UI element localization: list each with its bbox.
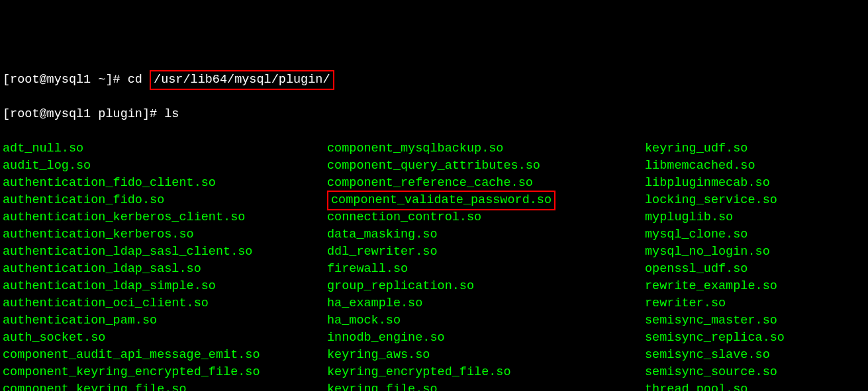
file-item: component_audit_api_message_emit.so: [3, 347, 327, 364]
file-item: ha_mock.so: [327, 312, 645, 329]
file-item: component_reference_cache.so: [327, 175, 645, 192]
file-item: keyring_encrypted_file.so: [327, 364, 645, 381]
file-item: authentication_kerberos.so: [3, 226, 327, 243]
file-item: authentication_fido_client.so: [3, 175, 327, 192]
file-column-1: adt_null.soaudit_log.soauthentication_fi…: [3, 140, 327, 391]
file-item: mysql_no_login.so: [645, 243, 865, 261]
file-item: component_keyring_file.so: [3, 381, 327, 391]
file-item: libpluginmecab.so: [645, 175, 865, 192]
file-item: rewriter.so: [645, 295, 865, 312]
file-item: keyring_aws.so: [327, 347, 645, 364]
file-item: thread_pool.so: [645, 381, 865, 391]
file-item: authentication_kerberos_client.so: [3, 209, 327, 226]
file-item: semisync_replica.so: [645, 329, 865, 347]
highlighted-file: component_validate_password.so: [327, 191, 555, 210]
file-column-2: component_mysqlbackup.socomponent_query_…: [327, 140, 645, 391]
file-item: adt_null.so: [3, 140, 327, 157]
terminal-line-2: [root@mysql1 plugin]# ls: [3, 106, 865, 123]
file-item: locking_service.so: [645, 192, 865, 209]
cmd-cd: cd: [128, 73, 150, 87]
cmd-ls: ls: [164, 107, 179, 121]
file-item: innodb_engine.so: [327, 329, 645, 347]
file-item: libmemcached.so: [645, 157, 865, 175]
file-item: connection_control.so: [327, 209, 645, 226]
file-item: component_keyring_encrypted_file.so: [3, 364, 327, 381]
file-item: semisync_master.so: [645, 312, 865, 329]
file-item: keyring_udf.so: [645, 140, 865, 157]
file-item: component_mysqlbackup.so: [327, 140, 645, 157]
file-item: semisync_source.so: [645, 364, 865, 381]
file-item: authentication_ldap_sasl.so: [3, 261, 327, 278]
file-item: data_masking.so: [327, 226, 645, 243]
file-item: auth_socket.so: [3, 329, 327, 347]
file-item: ddl_rewriter.so: [327, 243, 645, 261]
file-item: authentication_fido.so: [3, 192, 327, 209]
file-item: keyring_file.so: [327, 381, 645, 391]
file-item: group_replication.so: [327, 278, 645, 295]
file-item: authentication_ldap_sasl_client.so: [3, 243, 327, 261]
file-item: rewrite_example.so: [645, 278, 865, 295]
file-item: authentication_oci_client.so: [3, 295, 327, 312]
file-item: authentication_ldap_simple.so: [3, 278, 327, 295]
ls-output: adt_null.soaudit_log.soauthentication_fi…: [3, 140, 865, 391]
file-item: semisync_slave.so: [645, 347, 865, 364]
prompt-2: [root@mysql1 plugin]#: [3, 107, 164, 121]
file-item: authentication_pam.so: [3, 312, 327, 329]
prompt-1: [root@mysql1 ~]#: [3, 73, 128, 87]
file-column-3: keyring_udf.solibmemcached.solibpluginme…: [645, 140, 865, 391]
file-item: mysql_clone.so: [645, 226, 865, 243]
file-item: mypluglib.so: [645, 209, 865, 226]
file-item: openssl_udf.so: [645, 261, 865, 278]
file-item: firewall.so: [327, 261, 645, 278]
highlighted-path: /usr/lib64/mysql/plugin/: [150, 70, 334, 90]
file-item: component_query_attributes.so: [327, 157, 645, 175]
file-item: audit_log.so: [3, 157, 327, 175]
terminal-line-1: [root@mysql1 ~]# cd /usr/lib64/mysql/plu…: [3, 71, 865, 89]
file-item: ha_example.so: [327, 295, 645, 312]
